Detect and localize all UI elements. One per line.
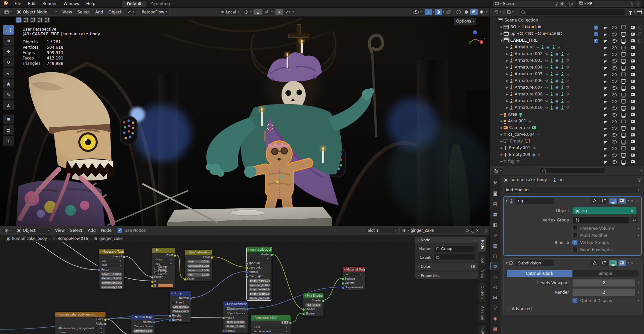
value-saturation[interactable]: Saturation1.220 (187, 264, 210, 268)
render-disable-toggle[interactable] (631, 146, 635, 151)
checkbox-clamp-factor[interactable]: Clamp Factor (152, 270, 175, 275)
color-swatch-b[interactable] (158, 284, 173, 288)
shader-tab-options[interactable]: Options (478, 283, 486, 302)
shading-rendered-button[interactable] (478, 9, 485, 15)
select-mode-3[interactable] (37, 17, 43, 23)
3d-viewport[interactable]: ▾ Object Mode▾ ViewSelectAddObject ▾ Ret… (0, 7, 489, 226)
hide-toggle[interactable] (612, 119, 617, 124)
outliner-row-armature-006[interactable]: ▶Armature.006↝◉▽ (490, 77, 644, 84)
add-workspace-button[interactable]: + (175, 1, 187, 7)
properties-tab-tool[interactable]: ⚒ (490, 179, 500, 187)
selectable-toggle[interactable] (604, 126, 607, 130)
hide-toggle[interactable] (612, 38, 617, 43)
menu-options[interactable]: ▾ (249, 257, 270, 261)
tool-mesh-extra[interactable]: ◫ (3, 136, 14, 146)
socket-displacement[interactable] (341, 286, 344, 289)
select-mode-4[interactable] (44, 17, 50, 23)
value-bright_width[interactable]: bright_width0.074 (249, 292, 270, 296)
socket-vector[interactable] (97, 268, 100, 272)
properties-editor-type-button[interactable]: ▾ (492, 167, 504, 174)
hide-toggle[interactable] (612, 52, 617, 56)
render-disable-toggle[interactable] (631, 52, 635, 56)
viewport-disable-toggle[interactable] (621, 132, 626, 137)
outliner-row-armature-008[interactable]: ▶Armature.008↝◉▽ (490, 91, 644, 97)
properties-tab-phys[interactable]: ◎ (490, 283, 500, 291)
hide-toggle[interactable] (612, 65, 617, 70)
outliner-editor-type-button[interactable]: ▾ (492, 9, 504, 15)
tool-measure[interactable]: ∡ (3, 100, 14, 110)
outliner-row-camera[interactable]: ▶Camera↝ (490, 124, 644, 131)
properties-tab-mod[interactable]: ⚙ (490, 262, 500, 270)
tool-rotate[interactable]: ↻ (3, 57, 14, 67)
viewport-disable-toggle[interactable] (621, 45, 626, 50)
hide-toggle[interactable] (612, 132, 617, 137)
render-disable-toggle[interactable] (631, 85, 635, 90)
hide-toggle[interactable] (612, 72, 617, 77)
new-scene-icon[interactable] (566, 2, 569, 5)
clear-object-icon[interactable]: × (630, 208, 634, 213)
node-mix[interactable]: ▾MixResultColor▾Mix▾Clamp ResultClamp Fa… (152, 247, 175, 288)
socket-b[interactable] (151, 285, 154, 288)
node-non-realistic-shad-[interactable]: ▾non-realistic shad...shader▾specularbas… (246, 247, 272, 301)
hide-toggle[interactable] (612, 153, 617, 157)
outliner-row-armature-005[interactable]: ▶Armature.005↝◉▽ (490, 71, 644, 77)
render-disable-toggle[interactable] (631, 106, 635, 110)
menu-linear[interactable]: Linear▾ (57, 331, 103, 334)
value-shade_crease[interactable]: shade_crease0.031 (249, 297, 270, 300)
selectable-toggle[interactable] (604, 112, 607, 117)
node-canvas[interactable]: › human cake_body › ▽ RetopoFlow.016 › g… (0, 235, 489, 334)
modifier-extras-dropdown[interactable]: ▾ (628, 261, 629, 264)
shader-menu-add[interactable]: Add (85, 228, 98, 233)
transform-orientation-dropdown[interactable]: Local▾ (218, 9, 242, 15)
value-scale[interactable]: Scale1.000 (225, 325, 246, 328)
outliner-item-name[interactable]: Armature.002 (515, 51, 543, 56)
viewport-disable-toggle[interactable] (621, 65, 626, 70)
selectable-toggle[interactable] (604, 58, 607, 63)
exclude-checkbox[interactable] (594, 38, 598, 43)
viewport-disable-toggle[interactable] (621, 153, 626, 157)
hide-toggle[interactable] (612, 139, 617, 144)
hide-toggle[interactable] (612, 146, 617, 151)
outliner-item-name[interactable]: Armature.009 (515, 98, 543, 103)
cage-display-toggle[interactable] (600, 198, 608, 204)
render-disable-toggle[interactable] (631, 79, 635, 83)
render-disable-toggle[interactable] (631, 45, 635, 50)
snap-toggle[interactable] (254, 9, 262, 15)
gizmos-toggle[interactable] (425, 9, 432, 15)
menu-all[interactable]: All▾ (345, 273, 363, 276)
outliner-item-name[interactable]: BG (510, 25, 516, 29)
socket-normal[interactable] (222, 330, 225, 333)
outliner-item-name[interactable]: Camera (509, 125, 525, 130)
node-principled-bsdf[interactable]: ▾Principled BSDFBSDFGGX▾Random Walk▾Base… (251, 315, 291, 334)
holdout-toggle[interactable] (638, 32, 642, 36)
editor-type-button[interactable]: ▾ (2, 9, 14, 15)
outliner-search-input[interactable] (519, 9, 626, 15)
shader-type-dropdown[interactable]: Object▾ (15, 227, 52, 234)
selectable-toggle[interactable] (604, 153, 607, 157)
menu-ggx[interactable]: GGX▾ (253, 326, 289, 329)
vertex-group-field[interactable] (572, 216, 629, 224)
material-slot-dropdown[interactable]: Slot 1▾ (365, 227, 399, 234)
selectable-toggle[interactable] (604, 32, 607, 36)
shader-menu-select[interactable]: Select (68, 228, 85, 233)
viewport-menu-add[interactable]: Add (93, 10, 106, 14)
value-bright_white[interactable]: bright_white0.006 (249, 288, 270, 291)
realtime-display-toggle[interactable] (609, 198, 617, 204)
shader-menu-view[interactable]: View (52, 228, 67, 233)
value-hue[interactable]: Hue0.500 (187, 260, 210, 263)
socket-shader[interactable] (302, 312, 305, 316)
outliner-row-armature-009[interactable]: ▶Armature.009↝◉▽ (490, 97, 644, 104)
properties-search-input[interactable] (540, 167, 605, 174)
render-disable-toggle[interactable] (631, 112, 635, 117)
socket-color[interactable] (210, 256, 213, 259)
node-musgrave-texture[interactable]: ▾Musgrave TextureHeight2D▾fBM▾VectorScal… (98, 249, 125, 290)
selectable-toggle[interactable] (604, 52, 607, 56)
socket-height[interactable] (169, 315, 172, 318)
socket-normal[interactable] (245, 271, 248, 274)
preserve-volume-checkbox[interactable] (572, 226, 577, 231)
outliner-row-armature-003[interactable]: ▶Armature.003↝◉▽ (490, 57, 644, 64)
selectable-toggle[interactable] (604, 25, 607, 30)
tool-add-cube[interactable]: ⊞ (3, 114, 14, 124)
hide-toggle[interactable] (612, 85, 617, 90)
shader-menu-node[interactable]: Node (98, 228, 114, 233)
